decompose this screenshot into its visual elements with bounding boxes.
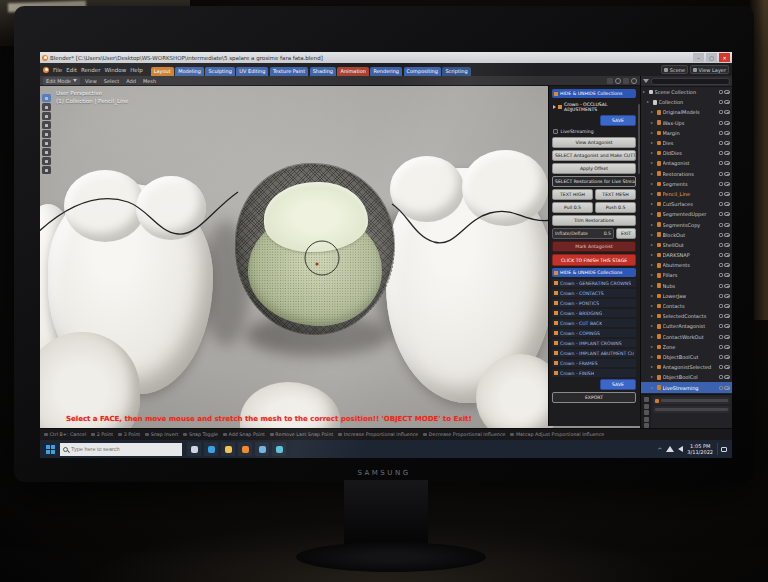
save-button[interactable]: SAVE bbox=[600, 379, 636, 390]
outliner-row[interactable]: Contacts bbox=[641, 301, 732, 311]
outliner-row[interactable]: ContactWorkOut bbox=[641, 332, 732, 342]
menu-item[interactable]: Render bbox=[79, 67, 103, 73]
outliner-row[interactable]: SegmentedUpper bbox=[641, 209, 732, 219]
exclude-checkbox-icon[interactable] bbox=[719, 212, 723, 216]
view-layer-selector[interactable]: View Layer bbox=[690, 65, 729, 74]
viewport-tool-icon[interactable] bbox=[42, 94, 51, 102]
exclude-checkbox-icon[interactable] bbox=[719, 202, 723, 206]
disclosure-triangle-icon[interactable] bbox=[651, 182, 655, 186]
outliner-row[interactable]: OriginalModels bbox=[641, 107, 732, 117]
disclosure-triangle-icon[interactable] bbox=[651, 304, 655, 308]
eye-visibility-icon[interactable] bbox=[724, 345, 730, 349]
exclude-checkbox-icon[interactable] bbox=[719, 131, 723, 135]
collections-header[interactable]: HIDE & UNHIDE Collections bbox=[552, 268, 636, 277]
exclude-checkbox-icon[interactable] bbox=[719, 141, 723, 145]
pull-button[interactable]: Pull 0.5 bbox=[552, 202, 593, 213]
crown-stage-item[interactable]: Crown - GENERATING CROWNS bbox=[552, 279, 636, 287]
taskbar-app-icon[interactable] bbox=[255, 442, 269, 456]
disclosure-triangle-icon[interactable] bbox=[651, 202, 655, 206]
close-button[interactable]: ✕ bbox=[719, 53, 730, 62]
disclosure-triangle-icon[interactable] bbox=[651, 131, 655, 135]
text-mesh-button[interactable]: TEXT MESH bbox=[595, 189, 636, 200]
eye-visibility-icon[interactable] bbox=[724, 131, 730, 135]
trim-restorations-button[interactable]: Trim Restorations bbox=[552, 215, 636, 226]
menu-item[interactable]: File bbox=[51, 67, 64, 73]
disclosure-triangle-icon[interactable] bbox=[651, 172, 655, 176]
shading-mode-icon[interactable] bbox=[631, 78, 637, 84]
eye-visibility-icon[interactable] bbox=[724, 121, 730, 125]
outliner-row[interactable]: Nubs bbox=[641, 281, 732, 291]
outliner-row[interactable]: Antagonist bbox=[641, 158, 732, 168]
overlays-icon[interactable] bbox=[623, 78, 629, 84]
exclude-checkbox-icon[interactable] bbox=[719, 386, 723, 390]
exit-button[interactable]: EXIT bbox=[616, 228, 636, 239]
select-restorations-button[interactable]: SELECT Restorations for Live Streaming bbox=[552, 176, 636, 187]
outliner-row[interactable]: AntagonistSelected bbox=[641, 362, 732, 372]
maximize-button[interactable]: ▢ bbox=[706, 53, 717, 62]
crown-stage-item[interactable]: Crown - FRAMES bbox=[552, 359, 636, 367]
volume-icon[interactable] bbox=[678, 446, 683, 452]
properties-tab-icon[interactable] bbox=[644, 397, 649, 402]
properties-tab-icon[interactable] bbox=[644, 410, 649, 415]
crown-stage-item[interactable]: Crown - IMPLANT ABUTMENT CLOSURE bbox=[552, 349, 636, 357]
eye-visibility-icon[interactable] bbox=[724, 90, 730, 94]
disclosure-triangle-icon[interactable] bbox=[651, 192, 655, 196]
eye-visibility-icon[interactable] bbox=[724, 324, 730, 328]
exclude-checkbox-icon[interactable] bbox=[719, 90, 723, 94]
outliner-row[interactable]: ObjectBoolCut bbox=[641, 352, 732, 362]
eye-visibility-icon[interactable] bbox=[724, 375, 730, 379]
viewport-menu-item[interactable]: Mesh bbox=[141, 78, 158, 84]
search-input[interactable] bbox=[71, 446, 179, 452]
crown-stage-item[interactable]: Crown - BRIDGING bbox=[552, 309, 636, 317]
eye-visibility-icon[interactable] bbox=[724, 161, 730, 165]
outliner-row[interactable]: ShellOut bbox=[641, 240, 732, 250]
eye-visibility-icon[interactable] bbox=[724, 294, 730, 298]
disclosure-triangle-icon[interactable] bbox=[651, 110, 655, 114]
exclude-checkbox-icon[interactable] bbox=[719, 294, 723, 298]
disclosure-triangle-icon[interactable] bbox=[651, 365, 655, 369]
eye-visibility-icon[interactable] bbox=[724, 314, 730, 318]
outliner-row[interactable]: CutterAntagonist bbox=[641, 321, 732, 331]
eye-visibility-icon[interactable] bbox=[724, 304, 730, 308]
disclosure-triangle-icon[interactable] bbox=[651, 273, 655, 277]
workspace-tab[interactable]: Sculpting bbox=[205, 67, 234, 77]
livestreaming-checkbox-row[interactable]: LiveStreaming bbox=[552, 128, 636, 135]
exclude-checkbox-icon[interactable] bbox=[719, 253, 723, 257]
eye-visibility-icon[interactable] bbox=[724, 182, 730, 186]
viewport-tool-icon[interactable] bbox=[42, 157, 51, 165]
taskbar-app-icon[interactable] bbox=[272, 442, 286, 456]
viewport-tool-icon[interactable] bbox=[42, 139, 51, 147]
action-center-button[interactable] bbox=[717, 443, 729, 455]
outliner-row[interactable]: BlockOut bbox=[641, 230, 732, 240]
proportional-edit-icon[interactable] bbox=[615, 78, 621, 84]
outliner-row[interactable]: Margin bbox=[641, 128, 732, 138]
crown-stage-item[interactable]: Crown - CUT BACK bbox=[552, 319, 636, 327]
disclosure-triangle-icon[interactable] bbox=[651, 294, 655, 298]
taskbar-app-icon[interactable] bbox=[238, 442, 252, 456]
minimize-button[interactable]: – bbox=[693, 53, 704, 62]
workspace-tab[interactable]: Compositing bbox=[404, 67, 441, 77]
properties-row[interactable] bbox=[653, 406, 730, 413]
exclude-checkbox-icon[interactable] bbox=[719, 172, 723, 176]
menu-item[interactable]: Window bbox=[102, 67, 128, 73]
outliner-row[interactable]: LiveStreaming bbox=[641, 382, 732, 392]
inflate-deflate-slider[interactable]: Inflate/Deflate 0.5 bbox=[552, 228, 614, 239]
workspace-tab[interactable]: Rendering bbox=[370, 67, 402, 77]
eye-visibility-icon[interactable] bbox=[724, 110, 730, 114]
tray-chevron-icon[interactable]: ^ bbox=[657, 446, 662, 453]
crown-stage-item[interactable]: Crown - CONTACTS bbox=[552, 289, 636, 297]
exclude-checkbox-icon[interactable] bbox=[719, 161, 723, 165]
outliner-row[interactable]: ObjectBoolCol bbox=[641, 372, 732, 382]
disclosure-triangle-icon[interactable] bbox=[651, 253, 655, 257]
finish-stage-button[interactable]: CLICK TO FINISH THIS STAGE bbox=[552, 254, 636, 266]
eye-visibility-icon[interactable] bbox=[724, 172, 730, 176]
outliner-row[interactable]: Pencil_Line bbox=[641, 189, 732, 199]
exclude-checkbox-icon[interactable] bbox=[719, 335, 723, 339]
mode-selector[interactable]: Edit Mode bbox=[43, 77, 80, 85]
eye-visibility-icon[interactable] bbox=[724, 263, 730, 267]
blender-menu-icon[interactable] bbox=[43, 67, 49, 73]
exclude-checkbox-icon[interactable] bbox=[719, 110, 723, 114]
exclude-checkbox-icon[interactable] bbox=[719, 314, 723, 318]
exclude-checkbox-icon[interactable] bbox=[719, 284, 723, 288]
viewport-tool-icon[interactable] bbox=[42, 121, 51, 129]
